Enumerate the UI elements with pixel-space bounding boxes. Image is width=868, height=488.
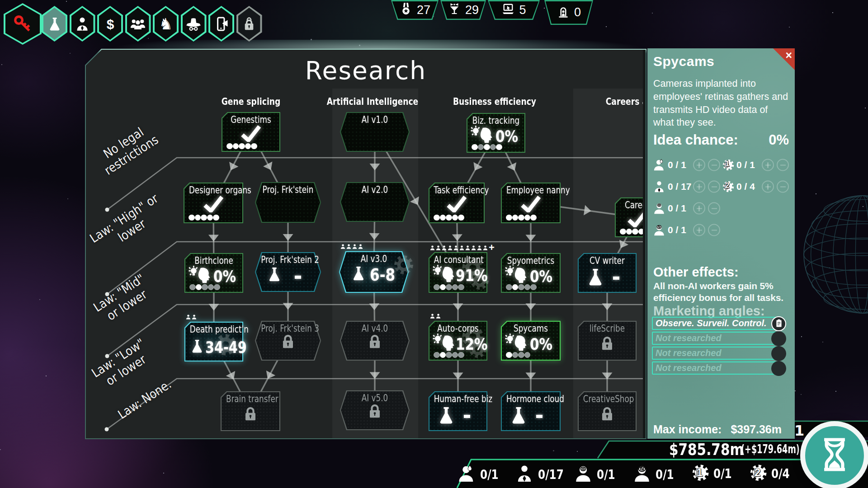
end-turn-button[interactable] bbox=[800, 421, 868, 488]
turn-number: 1 bbox=[794, 422, 804, 439]
max-income-row: Max income: $397.36m bbox=[653, 423, 782, 436]
brain-gear-icon: 1 bbox=[690, 464, 710, 484]
resource-value: 0/17 bbox=[538, 467, 564, 482]
marketing-slot-circle bbox=[771, 361, 786, 376]
brain-person-icon bbox=[573, 464, 593, 485]
resource-value: 0/4 bbox=[771, 466, 790, 481]
allocation-brain-gear2: 20 / 4 bbox=[721, 178, 793, 195]
money-amount: $785.78m bbox=[669, 440, 744, 459]
marketing-angle-1[interactable]: Not researched bbox=[652, 332, 779, 345]
max-income-label: Max income: bbox=[653, 423, 722, 436]
plus-button[interactable] bbox=[693, 181, 705, 193]
plus-button[interactable] bbox=[693, 224, 705, 236]
marketing-angle-3[interactable]: Not researched bbox=[652, 361, 779, 375]
idea-chance-value: 0% bbox=[769, 132, 789, 148]
other-effects-text: All non-AI workers gain 5% efficiency bo… bbox=[653, 280, 794, 304]
allocation-person-drop: 0 / 1 bbox=[652, 157, 725, 173]
allocation-person-suit: 0 / 17 bbox=[652, 178, 725, 195]
minus-button[interactable] bbox=[777, 159, 789, 171]
minus-button[interactable] bbox=[777, 181, 789, 193]
marketing-angle-text: Not researched bbox=[656, 333, 722, 343]
idea-chance-row: Idea chance: 0% bbox=[653, 132, 789, 148]
marketing-angle-text: Observe. Surveil. Control. bbox=[656, 318, 767, 328]
resource-value: 0/1 bbox=[597, 467, 615, 482]
resource-person-suit: 0/17 bbox=[514, 464, 570, 485]
marketing-slot-circle bbox=[771, 346, 786, 361]
plus-button[interactable] bbox=[693, 159, 705, 171]
brain-gear-icon: 1 bbox=[721, 159, 735, 171]
allocation-value: 0 / 1 bbox=[668, 225, 686, 235]
marketing-doc-button[interactable] bbox=[771, 316, 786, 331]
allocation-value: 0 / 1 bbox=[668, 160, 686, 170]
brain-person-big-icon bbox=[652, 223, 666, 237]
brain-gear-icon: 2 bbox=[748, 464, 768, 484]
marketing-angle-text: Not researched bbox=[656, 348, 722, 358]
marketing-angle-0[interactable]: Observe. Surveil. Control. bbox=[652, 317, 779, 330]
close-icon: × bbox=[785, 49, 792, 62]
brain-gear-icon: 2 bbox=[721, 180, 735, 193]
resource-value: 0/1 bbox=[713, 466, 732, 481]
person-suit-icon bbox=[652, 180, 666, 193]
resource-value: 0/1 bbox=[656, 467, 674, 482]
resource-brain-person-big: 0/1 bbox=[632, 464, 679, 485]
brain-person-icon bbox=[652, 202, 666, 215]
idea-chance-label: Idea chance: bbox=[653, 132, 738, 148]
tech-title: Spycams bbox=[653, 54, 714, 69]
tech-description: Cameras implanted into employees' retina… bbox=[653, 77, 789, 129]
plus-button[interactable] bbox=[762, 159, 774, 171]
marketing-slot-circle bbox=[771, 331, 786, 346]
allocation-brain-person-big: 0 / 1 bbox=[652, 222, 725, 238]
allocation-brain-person: 0 / 1 bbox=[652, 200, 725, 216]
marketing-angle-text: Not researched bbox=[656, 363, 722, 373]
tech-detail-panel: Spycams Cameras implanted into employees… bbox=[647, 48, 795, 439]
minus-button[interactable] bbox=[708, 224, 720, 236]
resource-brain-gear1: 10/1 bbox=[690, 464, 736, 484]
resource-value: 0/1 bbox=[480, 467, 499, 482]
allocation-value: 0 / 1 bbox=[736, 160, 755, 170]
money-delta: (+$179.64m) bbox=[741, 442, 800, 456]
minus-button[interactable] bbox=[708, 159, 720, 171]
plus-button[interactable] bbox=[693, 202, 705, 215]
resource-person-drop: 0/1 bbox=[457, 464, 503, 485]
hourglass-icon bbox=[815, 435, 854, 476]
resource-brain-person: 0/1 bbox=[573, 464, 620, 485]
allocation-value: 0 / 1 bbox=[668, 203, 686, 214]
minus-button[interactable] bbox=[708, 202, 720, 215]
person-suit-icon bbox=[514, 464, 534, 485]
allocation-brain-gear1: 10 / 1 bbox=[721, 157, 793, 173]
max-income-value: $397.36m bbox=[731, 423, 782, 436]
minus-button[interactable] bbox=[708, 181, 720, 193]
other-effects-label: Other effects: bbox=[653, 265, 739, 280]
allocation-value: 0 / 4 bbox=[736, 181, 755, 192]
resource-brain-gear2: 20/4 bbox=[748, 464, 794, 484]
person-drop-icon bbox=[652, 158, 666, 172]
plus-button[interactable] bbox=[762, 181, 774, 193]
person-drop-icon bbox=[457, 464, 476, 485]
brain-person-big-icon bbox=[632, 464, 652, 485]
allocation-value: 0 / 17 bbox=[668, 181, 692, 192]
marketing-angle-2[interactable]: Not researched bbox=[652, 347, 779, 360]
